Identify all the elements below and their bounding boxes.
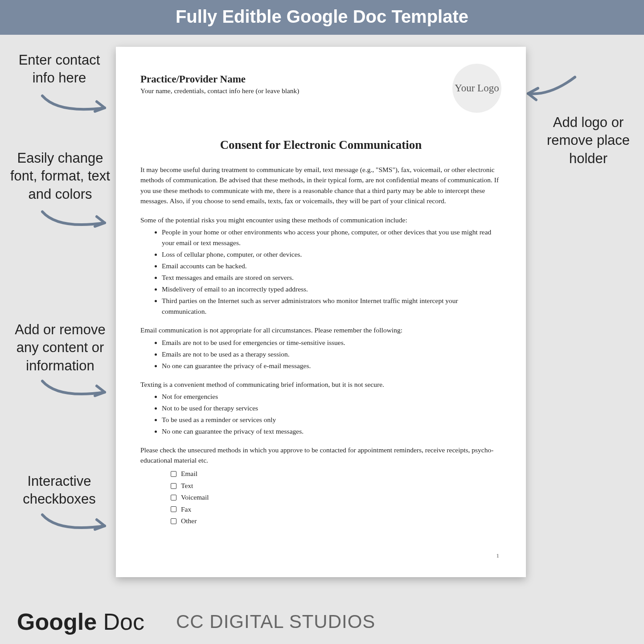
list-item[interactable]: Email accounts can be hacked. (162, 261, 501, 271)
checkbox-icon[interactable] (171, 483, 176, 489)
text-list[interactable]: Not for emergencies Not to be used for t… (162, 391, 501, 437)
checkbox-item[interactable]: Other (171, 515, 501, 527)
footer-studio: CC DIGITAL STUDIOS (176, 611, 375, 632)
checkbox-item[interactable]: Fax (171, 504, 501, 515)
list-item[interactable]: Third parties on the Internet such as se… (162, 295, 501, 317)
risks-intro[interactable]: Some of the potential risks you might en… (140, 215, 501, 225)
list-item[interactable]: No one can guarantee the privacy of e-ma… (162, 361, 501, 371)
checkbox-item[interactable]: Text (171, 480, 501, 492)
text-intro[interactable]: Texting is a convenient method of commun… (140, 379, 501, 390)
check-intro[interactable]: Please check the unsecured methods in wh… (140, 445, 501, 466)
arrow-icon (36, 205, 116, 236)
callout-contact: Enter contact info here (8, 51, 111, 87)
brand-bold: Google (17, 609, 97, 635)
list-item[interactable]: Misdelivery of email to an incorrectly t… (162, 284, 501, 295)
email-list[interactable]: Emails are not to be used for emergencie… (162, 337, 501, 371)
brand-light: Doc (97, 609, 144, 635)
callout-logo: Add logo or remove place holder (539, 114, 637, 168)
arrow-icon (36, 374, 116, 406)
logo-placeholder[interactable]: Your Logo (452, 64, 501, 113)
checkbox-list: Email Text Voicemail Fax Other (171, 468, 501, 527)
page-number: 1 (496, 552, 500, 559)
arrow-icon (36, 508, 116, 539)
list-item[interactable]: Emails are not to be used as a therapy s… (162, 349, 501, 360)
checkbox-icon[interactable] (171, 495, 176, 500)
callout-content: Add or remove any content or information (4, 321, 116, 375)
page-title-bar: Fully Editble Google Doc Template (0, 0, 644, 35)
list-item[interactable]: Emails are not to be used for emergencie… (162, 337, 501, 348)
doc-header: Practice/Provider Name Your name, creden… (140, 74, 501, 127)
checkbox-icon[interactable] (171, 518, 176, 524)
checkbox-icon[interactable] (171, 471, 176, 477)
list-item[interactable]: Text messages and emails are stored on s… (162, 272, 501, 283)
checkbox-item[interactable]: Voicemail (171, 492, 501, 503)
document-page: Practice/Provider Name Your name, creden… (116, 47, 526, 577)
list-item[interactable]: People in your home or other environment… (162, 227, 501, 248)
arrow-icon (519, 69, 582, 105)
list-item[interactable]: No one can guarantee the privacy of text… (162, 426, 501, 437)
checkbox-icon[interactable] (171, 506, 176, 512)
arrow-icon (36, 89, 116, 120)
paragraph-intro[interactable]: It may become useful during treatment to… (140, 164, 501, 206)
list-item[interactable]: Not for emergencies (162, 391, 501, 402)
footer-brand: Google Doc (17, 608, 144, 635)
checkbox-item[interactable]: Email (171, 468, 501, 480)
practice-name[interactable]: Practice/Provider Name (140, 74, 501, 85)
list-item[interactable]: Not to be used for therapy services (162, 403, 501, 414)
practice-subtitle[interactable]: Your name, credentials, contact info her… (140, 87, 501, 95)
email-intro[interactable]: Email communication is not appropriate f… (140, 325, 501, 335)
list-item[interactable]: Loss of cellular phone, computer, or oth… (162, 249, 501, 260)
risks-list[interactable]: People in your home or other environment… (162, 227, 501, 317)
list-item[interactable]: To be used as a reminder or services onl… (162, 414, 501, 425)
doc-title[interactable]: Consent for Electronic Communication (140, 138, 501, 152)
callout-checkboxes: Interactive checkboxes (8, 472, 111, 509)
page-title: Fully Editble Google Doc Template (176, 7, 468, 26)
callout-font: Easily change font, format, text and col… (4, 149, 116, 203)
